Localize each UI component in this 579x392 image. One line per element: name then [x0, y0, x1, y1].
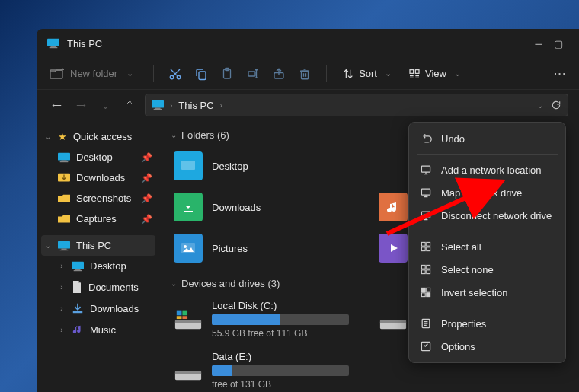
svg-rect-25 — [72, 261, 84, 269]
menu-undo[interactable]: Undo — [409, 127, 565, 150]
svg-rect-28 — [73, 311, 82, 314]
menu-select-none[interactable]: Select none — [409, 258, 565, 281]
sidebar-item-desktop[interactable]: Desktop📌 — [37, 147, 160, 167]
copy-button[interactable] — [190, 63, 212, 84]
window-title: This PC — [67, 38, 526, 49]
expand-icon[interactable]: ⌄ — [44, 132, 52, 141]
svg-rect-48 — [421, 247, 425, 251]
sidebar-item-downloads[interactable]: Downloads📌 — [37, 167, 160, 188]
this-pc-icon — [47, 38, 59, 49]
new-folder-button[interactable]: + New folder ⌄ — [44, 65, 142, 83]
chevron-right-icon[interactable]: › — [220, 101, 222, 110]
minimize-button[interactable]: ─ — [533, 38, 544, 49]
expand-icon[interactable]: ⌄ — [44, 241, 52, 250]
drive-usage-bar — [212, 314, 349, 325]
svg-text:+: + — [60, 68, 64, 74]
menu-map-network-drive[interactable]: Map network drive — [409, 181, 565, 204]
share-button[interactable] — [268, 63, 290, 84]
svg-rect-42 — [175, 371, 201, 374]
menu-select-all[interactable]: Select all — [409, 235, 565, 258]
network-location-icon — [420, 164, 432, 176]
svg-rect-13 — [410, 69, 414, 73]
separator — [326, 65, 327, 82]
menu-invert-selection[interactable]: Invert selection — [409, 281, 565, 304]
expand-icon[interactable]: › — [58, 304, 66, 313]
expand-icon[interactable]: › — [58, 283, 66, 292]
svg-rect-27 — [74, 269, 82, 270]
menu-add-a-network-location[interactable]: Add a network location — [409, 158, 565, 181]
sidebar-item-screenshots[interactable]: Screenshots📌 — [37, 188, 160, 209]
drive-item[interactable]: Data (E:)free of 131 GB — [171, 348, 363, 392]
sidebar-quick-access[interactable]: ⌄ ★ Quick access — [37, 126, 160, 147]
paste-button[interactable] — [216, 63, 238, 84]
menu-properties[interactable]: Properties — [409, 312, 565, 335]
refresh-icon[interactable] — [551, 100, 561, 110]
folder-pictures[interactable]: Pictures — [171, 231, 363, 266]
svg-rect-19 — [61, 160, 66, 161]
sidebar-this-pc[interactable]: ⌄ This PC — [41, 235, 155, 256]
nav-up-button[interactable]: 🡑 — [120, 96, 139, 114]
cut-button[interactable] — [165, 63, 186, 84]
separator — [153, 65, 154, 82]
sort-button[interactable]: Sort ⌄ — [337, 65, 399, 83]
separator — [417, 231, 558, 231]
svg-rect-22 — [58, 241, 70, 248]
pin-icon: 📌 — [141, 152, 152, 163]
expand-icon[interactable]: › — [58, 326, 66, 334]
star-icon: ★ — [58, 131, 67, 142]
svg-rect-38 — [182, 316, 187, 319]
svg-point-31 — [184, 245, 187, 248]
rename-button[interactable] — [242, 63, 264, 84]
svg-point-6 — [177, 75, 181, 79]
folder-desktop[interactable]: Desktop — [171, 148, 363, 183]
sidebar-item-captures[interactable]: Captures📌 — [37, 209, 160, 229]
context-menu: UndoAdd a network locationMap network dr… — [408, 122, 566, 363]
folder-downloads[interactable]: Downloads — [171, 190, 363, 225]
sidebar-item-music[interactable]: ›Music — [37, 319, 160, 340]
drive-item[interactable]: Local Disk (C:)55.9 GB free of 111 GB — [171, 297, 363, 342]
svg-rect-55 — [427, 288, 430, 292]
chevron-down-icon: ⌄ — [171, 131, 177, 139]
svg-rect-51 — [427, 265, 430, 269]
select-none-icon — [420, 263, 432, 276]
invert-selection-icon — [420, 286, 432, 298]
titlebar: This PC ─ ▢ — [37, 29, 579, 58]
svg-rect-18 — [58, 152, 70, 160]
maximize-button[interactable]: ▢ — [553, 38, 564, 49]
chevron-down-icon: ⌄ — [382, 69, 395, 78]
nav-back-button[interactable]: 🡐 — [47, 96, 66, 114]
nav-forward-button[interactable]: 🡒 — [72, 96, 90, 114]
sidebar-item-downloads[interactable]: ›Downloads — [37, 298, 160, 319]
nav-recent-button[interactable]: ⌄ — [96, 96, 114, 114]
expand-icon[interactable]: › — [58, 262, 66, 270]
more-options-button[interactable]: ··· — [549, 65, 571, 82]
sidebar-item-desktop[interactable]: ›Desktop — [37, 256, 160, 276]
svg-rect-1 — [50, 46, 56, 47]
pin-icon: 📌 — [141, 173, 152, 183]
svg-rect-35 — [177, 310, 182, 315]
svg-rect-40 — [380, 320, 406, 323]
menu-options[interactable]: Options — [409, 335, 565, 358]
svg-rect-36 — [182, 310, 187, 315]
drive-usage-bar — [212, 365, 349, 376]
history-dropdown[interactable]: ⌄ — [537, 101, 543, 110]
sidebar-item-documents[interactable]: ›Documents — [37, 276, 160, 298]
svg-rect-2 — [50, 47, 58, 48]
chevron-right-icon[interactable]: › — [170, 101, 172, 110]
menu-disconnect-network-drive[interactable]: Disconnect network drive — [409, 204, 565, 227]
new-folder-icon: + — [50, 68, 64, 80]
toolbar: + New folder ⌄ Sort ⌄ View ⌄ ··· — [37, 58, 579, 90]
svg-rect-56 — [421, 293, 425, 297]
svg-rect-29 — [181, 161, 195, 170]
view-button[interactable]: View ⌄ — [404, 65, 469, 83]
address-bar[interactable]: › This PC › ⌄ — [145, 94, 568, 116]
delete-button[interactable] — [294, 63, 315, 84]
properties-icon — [420, 317, 432, 330]
navigation-bar: 🡐 🡒 ⌄ 🡑 › This PC › ⌄ — [37, 90, 579, 120]
this-pc-icon — [58, 241, 70, 251]
sort-icon — [342, 68, 354, 80]
breadcrumb[interactable]: This PC — [178, 100, 213, 111]
svg-rect-15 — [152, 100, 164, 108]
this-pc-icon — [152, 100, 164, 110]
svg-point-5 — [170, 75, 174, 79]
